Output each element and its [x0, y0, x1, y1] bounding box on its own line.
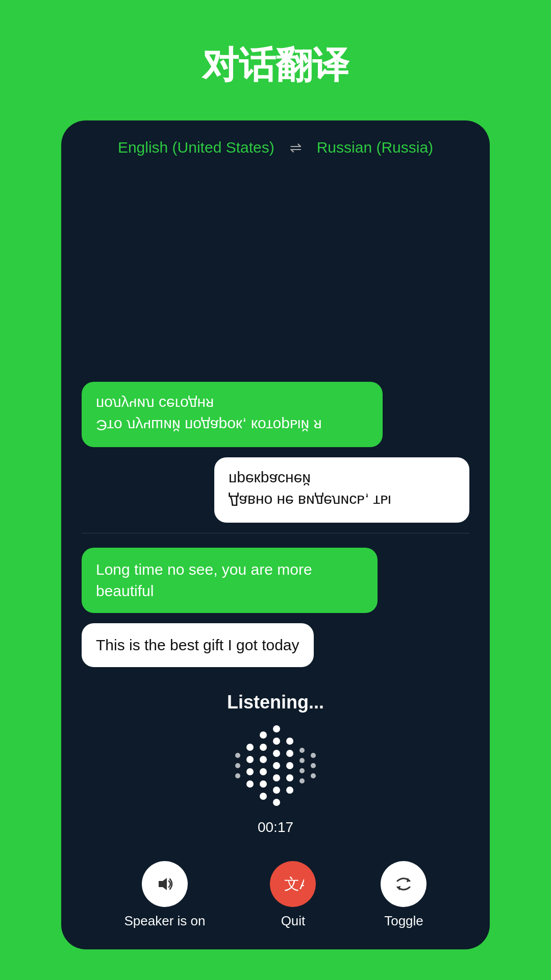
- dot: [260, 780, 267, 788]
- quit-control: 文A Quit: [270, 861, 316, 929]
- message-bubble-green-flipped: Это лучший подарок, который я получил се…: [82, 382, 383, 447]
- svg-text:文A: 文A: [284, 875, 304, 892]
- dot: [260, 793, 267, 800]
- dot: [273, 750, 280, 757]
- toggle-label: Toggle: [384, 913, 423, 929]
- dot: [273, 762, 280, 769]
- messages-bottom: Long time no see, you are more beautiful…: [61, 533, 490, 681]
- dot: [311, 773, 316, 778]
- lang-header: English (United States) ⇌ Russian (Russi…: [61, 120, 490, 172]
- lang-right[interactable]: Russian (Russia): [317, 139, 433, 156]
- bottom-controls: Speaker is on 文A Quit Toggle: [61, 851, 490, 949]
- dot: [286, 787, 293, 794]
- dot: [273, 799, 280, 806]
- dot: [286, 738, 293, 745]
- dot: [286, 750, 293, 757]
- listening-section: Listening...: [61, 681, 490, 851]
- dot: [273, 725, 280, 732]
- wave-col-3: [260, 731, 267, 800]
- translate-icon: 文A: [282, 873, 304, 895]
- speaker-button[interactable]: [142, 861, 188, 907]
- dot: [273, 787, 280, 794]
- waveform: [235, 725, 316, 806]
- toggle-button[interactable]: [381, 861, 427, 907]
- messages-top: Это лучший подарок, который я получил се…: [61, 172, 490, 533]
- svg-marker-0: [159, 878, 167, 890]
- dot: [260, 731, 267, 739]
- listening-status: Listening...: [227, 692, 324, 713]
- toggle-control: Toggle: [381, 861, 427, 929]
- dot: [299, 768, 305, 773]
- wave-col-2: [246, 744, 254, 788]
- wave-col-6: [299, 748, 305, 783]
- message-bubble-green-english: Long time no see, you are more beautiful: [82, 548, 378, 613]
- wave-col-1: [235, 753, 240, 778]
- wave-col-5: [286, 738, 293, 794]
- swap-icon[interactable]: ⇌: [290, 139, 302, 156]
- dot: [235, 773, 240, 778]
- speaker-icon: [155, 874, 175, 894]
- dot: [286, 762, 293, 769]
- dot: [299, 748, 305, 753]
- dot: [246, 780, 254, 788]
- message-bubble-white-english: This is the best gift I got today: [82, 623, 314, 667]
- dot: [246, 756, 254, 763]
- dot: [273, 738, 280, 745]
- dot: [246, 768, 254, 775]
- dot: [311, 763, 316, 768]
- phone-card: English (United States) ⇌ Russian (Russi…: [61, 120, 490, 949]
- dot: [260, 744, 267, 751]
- wave-col-7: [311, 753, 316, 778]
- dot: [311, 753, 316, 758]
- dot: [299, 778, 305, 783]
- wave-col-4: [273, 725, 280, 806]
- page-title: 对话翻译: [202, 41, 349, 90]
- dot: [235, 753, 240, 758]
- dot: [260, 768, 267, 775]
- toggle-icon: [393, 874, 414, 894]
- speaker-label: Speaker is on: [124, 913, 206, 929]
- dot: [246, 744, 254, 751]
- quit-label: Quit: [281, 913, 306, 929]
- lang-left[interactable]: English (United States): [118, 139, 274, 156]
- speaker-control: Speaker is on: [124, 861, 206, 929]
- quit-button[interactable]: 文A: [270, 861, 316, 907]
- dot: [299, 758, 305, 763]
- dot: [286, 774, 293, 781]
- dot: [260, 756, 267, 763]
- dot: [273, 774, 280, 781]
- timer: 00:17: [258, 819, 293, 836]
- message-bubble-white-flipped: Давно не виделись, ты прекрасней: [214, 457, 469, 523]
- dot: [235, 763, 240, 768]
